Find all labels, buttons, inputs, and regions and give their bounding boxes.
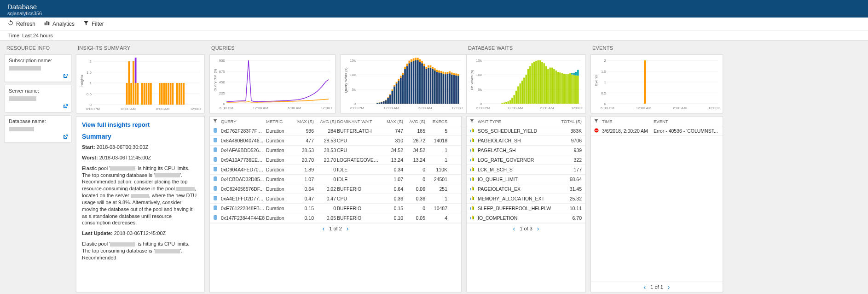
cell-metric: Duration xyxy=(266,157,292,163)
svg-text:0: 0 xyxy=(223,102,226,106)
cell-max: 0.15 xyxy=(293,206,314,211)
cell-execs: 110K xyxy=(426,167,447,172)
table-row[interactable]: PAGEIOLATCH_SH9706 xyxy=(467,136,585,146)
table-row[interactable]: 0x4CBDAD32D85...Duration1.070IDLE1.07024… xyxy=(210,175,461,184)
col-wavg[interactable]: AVG (S) xyxy=(404,119,425,124)
resource-info-title: RESOURCE INFO xyxy=(5,44,71,52)
svg-rect-95 xyxy=(404,69,406,104)
cell-total: 6.70 xyxy=(557,215,582,221)
cell-wavg: 13.24 xyxy=(404,157,425,163)
col-total[interactable]: TOTAL (S) xyxy=(557,119,582,124)
table-row[interactable]: SLEEP_BUFFERPOOL_HELPLW10.11 xyxy=(467,204,585,213)
cell-wait: CPU xyxy=(337,196,381,201)
pager-prev-button[interactable]: ‹ xyxy=(323,225,325,232)
pager-next-button[interactable]: › xyxy=(668,283,670,291)
database-icon xyxy=(213,205,220,212)
col-wmax[interactable]: MAX (S) xyxy=(382,119,403,124)
table-row[interactable]: IO_COMPLETION6.70 xyxy=(467,213,585,223)
cell-avg: 20.70 xyxy=(315,157,336,163)
svg-rect-111 xyxy=(421,63,423,104)
col-metric[interactable]: METRIC xyxy=(266,119,292,124)
col-query[interactable]: QUERY xyxy=(221,119,265,124)
table-row[interactable]: SOS_SCHEDULER_YIELD383K xyxy=(467,126,585,136)
svg-rect-103 xyxy=(413,61,415,104)
svg-rect-32 xyxy=(163,83,165,105)
svg-rect-75 xyxy=(383,101,385,104)
pager-next-button[interactable]: › xyxy=(537,225,539,232)
svg-rect-135 xyxy=(447,74,449,104)
wait-icon xyxy=(469,147,477,153)
svg-rect-212 xyxy=(577,70,579,76)
col-wait[interactable]: DOMINANT WAIT xyxy=(337,119,381,124)
svg-rect-19 xyxy=(128,61,130,105)
table-row[interactable]: 3/6/2018, 2:00:20 AMError - 40536 - 'COL… xyxy=(591,126,723,136)
database-icon xyxy=(213,137,220,144)
svg-rect-129 xyxy=(440,73,442,104)
col-execs[interactable]: EXECS xyxy=(426,119,447,124)
svg-rect-143 xyxy=(455,76,457,104)
server-card: Server name: xyxy=(5,85,71,112)
svg-rect-77 xyxy=(385,100,387,104)
cell-max: 38.53 xyxy=(293,147,314,153)
filter-button[interactable]: Filter xyxy=(83,20,104,28)
filter-icon[interactable] xyxy=(594,118,601,124)
pager-prev-button[interactable]: ‹ xyxy=(644,283,646,291)
server-popout-button[interactable] xyxy=(62,103,69,110)
time-filter-bar[interactable]: Time: Last 24 hours xyxy=(0,30,868,41)
cell-wait-type: LOG_RATE_GOVERNOR xyxy=(478,157,556,163)
table-row[interactable]: 0xA4E1FFD2D77C...Duration0.470.47CPU0.36… xyxy=(210,194,461,204)
svg-rect-218 xyxy=(473,139,474,142)
cell-max: 0.64 xyxy=(293,186,314,192)
svg-text:0: 0 xyxy=(90,103,92,107)
svg-rect-27 xyxy=(146,83,148,105)
view-full-report-link[interactable]: View full insights report xyxy=(82,121,199,128)
table-row[interactable]: LCK_M_SCH_S177 xyxy=(467,165,585,175)
cell-execs: 14018 xyxy=(426,138,447,143)
col-avg[interactable]: AVG (S) xyxy=(315,119,336,124)
subscription-popout-button[interactable] xyxy=(62,72,69,80)
table-row[interactable]: 0x9A10A7736EED...Duration20.7020.70LOGRA… xyxy=(210,155,461,165)
db-waits-chart[interactable]: 05k10k15k6:00 PM12:00 AM6:00 AM12:00 PMD… xyxy=(469,57,583,110)
table-row[interactable]: 0x147F23844F44E8Duration0.100.05BUFFERIO… xyxy=(210,213,461,223)
insights-chart[interactable]: 00.511.526:00 PM12:00 AM6:00 AM12:00 PMI… xyxy=(79,58,202,111)
analytics-button[interactable]: Analytics xyxy=(44,20,75,28)
query-waits-chart[interactable]: 05k10k15k6:00 PM12:00 AM6:00 AM12:00 PMQ… xyxy=(343,57,463,110)
svg-rect-237 xyxy=(470,207,471,210)
database-popout-button[interactable] xyxy=(62,133,69,141)
table-row[interactable]: LOG_RATE_GOVERNOR322 xyxy=(467,155,585,165)
table-row[interactable]: 0xD762F283F7FBF5Duration936284BUFFERLATC… xyxy=(210,126,461,136)
cell-avg: 0.47 xyxy=(315,196,336,201)
query-duration-chart[interactable]: 02254506759006:00 PM12:00 AM6:00 AM12:00… xyxy=(213,57,332,110)
pager-next-button[interactable]: › xyxy=(347,225,349,232)
table-row[interactable]: IO_QUEUE_LIMIT68.64 xyxy=(467,175,585,184)
events-chart[interactable]: 00.511.526:00 PM12:00 AM6:00 AM12:00 PME… xyxy=(594,57,720,110)
table-row[interactable]: 0xE761222848FB8DDuration0.150BUFFERIO0.1… xyxy=(210,204,461,213)
page-title: Database xyxy=(7,3,861,11)
wait-icon xyxy=(469,128,477,134)
database-icon xyxy=(213,128,220,134)
table-row[interactable]: 0x4AFA9BDD526...Duration38.5338.53CPU34.… xyxy=(210,146,461,155)
table-row[interactable]: MEMORY_ALLOCATION_EXT25.32 xyxy=(467,194,585,204)
svg-rect-104 xyxy=(413,59,415,61)
pager-prev-button[interactable]: ‹ xyxy=(513,225,515,232)
filter-icon[interactable] xyxy=(213,118,220,124)
svg-rect-177 xyxy=(515,91,517,104)
svg-rect-174 xyxy=(509,100,511,104)
table-row[interactable]: 0xC824056576DF...Duration0.640.02BUFFERI… xyxy=(210,184,461,194)
cell-query: 0x9A10A7736EED... xyxy=(221,157,265,163)
filter-icon[interactable] xyxy=(469,118,477,124)
col-time[interactable]: TIME xyxy=(602,119,653,124)
svg-text:6:00 PM: 6:00 PM xyxy=(350,106,364,110)
col-max[interactable]: MAX (S) xyxy=(293,119,314,124)
table-row[interactable]: 0x8A480B040746...Duration47728.53CPU3102… xyxy=(210,136,461,146)
svg-rect-205 xyxy=(571,75,573,104)
table-row[interactable]: PAGEIOLATCH_EX31.45 xyxy=(467,184,585,194)
queries-pager: ‹ 1 of 2 › xyxy=(210,223,461,233)
table-row[interactable]: PAGELATCH_SH939 xyxy=(467,146,585,155)
cell-wait-type: PAGEIOLATCH_EX xyxy=(478,186,556,192)
col-event[interactable]: EVENT xyxy=(654,119,718,124)
svg-rect-106 xyxy=(415,58,417,60)
col-wait-type[interactable]: WAIT TYPE xyxy=(478,119,556,124)
table-row[interactable]: 0xD904A4FED700...Duration1.890IDLE0.3401… xyxy=(210,165,461,175)
refresh-button[interactable]: Refresh xyxy=(7,20,35,28)
